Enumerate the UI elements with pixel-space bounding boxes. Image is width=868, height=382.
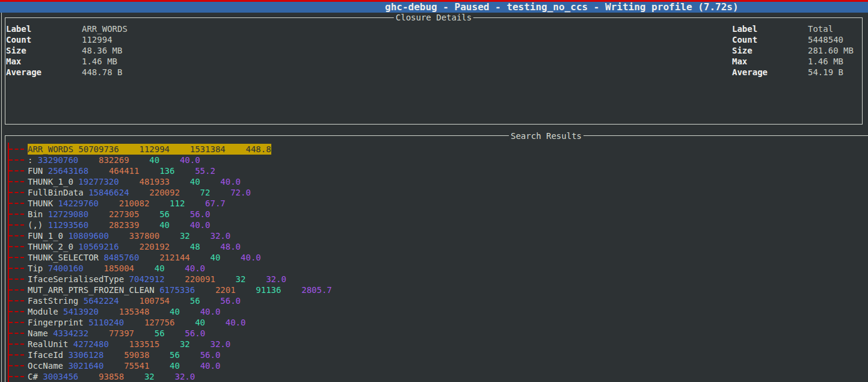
closure-average: 32.0	[174, 372, 195, 381]
search-results-list: ARR_WORDS 50709736 112994 1531384 448.8:…	[0, 144, 868, 382]
closure-count: 77397	[109, 328, 134, 338]
gap	[119, 242, 140, 251]
tree-branch-icon	[9, 279, 24, 280]
gap	[119, 296, 140, 306]
gap	[139, 220, 159, 230]
closure-name: Bin	[28, 209, 48, 219]
tree-branch-icon	[9, 354, 24, 356]
search-result-row[interactable]: Name 4334232 77397 56 56.0	[0, 328, 868, 339]
search-result-text: THUNK_2_0 10569216 220192 48 48.0	[28, 241, 241, 252]
closure-detail-label: Count	[732, 34, 768, 45]
closure-name: Name	[28, 328, 53, 338]
closure-average: 56.0	[185, 328, 205, 338]
search-result-row[interactable]: Tip 7400160 185004 40 40.0	[0, 263, 868, 274]
tree-branch-icon	[9, 235, 24, 236]
search-result-row[interactable]: (,) 11293560 282339 40 40.0	[0, 220, 868, 230]
search-result-row[interactable]: IfaceId 3306128 59038 56 56.0	[0, 350, 868, 360]
closure-details-left-labels: LabelCountSizeMaxAverage	[6, 23, 42, 78]
gap	[220, 253, 241, 262]
gap	[185, 199, 205, 208]
closure-count: 210082	[119, 199, 150, 208]
gap	[215, 274, 236, 284]
closure-count: 185004	[103, 263, 134, 273]
closure-size: 15846624	[88, 188, 129, 197]
search-results-panel-title: Search Results	[509, 132, 583, 141]
gap	[103, 350, 124, 360]
closure-count: 282339	[109, 220, 140, 230]
closure-average: 48.0	[220, 242, 241, 251]
closure-size: 5110240	[88, 318, 124, 327]
closure-detail-label: Average	[732, 67, 768, 78]
gap	[155, 372, 175, 381]
search-result-row[interactable]: THUNK 14229760 210082 112 67.7	[0, 198, 868, 209]
closure-detail-label: Max	[6, 56, 42, 67]
tree-branch-icon	[9, 149, 24, 150]
closure-count: 212144	[159, 253, 190, 262]
search-result-row[interactable]: C# 3003456 93858 32 32.0	[0, 371, 868, 382]
search-result-row[interactable]: THUNK_1_0 19277320 481933 40 40.0	[0, 176, 868, 187]
closure-name: FastString	[28, 296, 84, 306]
closure-average: 40.0	[226, 318, 246, 327]
closure-average: 32.0	[210, 231, 230, 241]
gap	[149, 199, 170, 208]
search-result-text: IfaceId 3306128 59038 56 56.0	[28, 350, 220, 360]
search-result-row[interactable]: IfaceSerialisedType 7042912 220091 32 32…	[0, 274, 868, 285]
closure-name: OccName	[28, 361, 68, 371]
tree-branch-icon	[9, 365, 24, 366]
search-result-row[interactable]: Fingerprint 5110240 127756 40 40.0	[0, 317, 868, 328]
gap	[170, 296, 190, 306]
closure-size: 3306128	[68, 350, 103, 360]
closure-average: 56.0	[190, 209, 211, 219]
search-result-text: (,) 11293560 282339 40 40.0	[28, 220, 210, 230]
gap	[165, 263, 185, 273]
closure-detail-value: 5448540	[808, 34, 854, 45]
closure-max: 56	[190, 296, 200, 306]
search-results-panel-border-top	[5, 135, 868, 136]
closure-count: 481933	[139, 177, 170, 186]
search-result-row[interactable]: Bin 12729080 227305 56 56.0	[0, 209, 868, 220]
closure-name: THUNK_1_0	[28, 177, 78, 186]
search-result-text: THUNK_1_0 19277320 481933 40 40.0	[28, 176, 241, 187]
gap	[200, 177, 221, 186]
closure-count: 112994	[139, 144, 170, 154]
closure-details-panel-title: Closure Details	[394, 13, 473, 22]
closure-detail-label: Label	[732, 23, 768, 34]
search-result-row[interactable]: FastString 5642224 100754 56 56.0	[0, 295, 868, 306]
gap	[165, 274, 185, 284]
gap	[180, 307, 200, 316]
gap	[195, 285, 215, 295]
closure-max: 72	[200, 188, 211, 197]
gap	[170, 177, 190, 186]
closure-average: 40.0	[241, 253, 261, 262]
gap	[124, 318, 144, 327]
search-result-row[interactable]: FUN_1_0 10809600 337800 32 32.0	[0, 230, 868, 241]
closure-average: 32.0	[266, 274, 286, 284]
search-result-row[interactable]: RealUnit 4272480 133515 32 32.0	[0, 339, 868, 350]
search-result-row[interactable]: FullBinData 15846624 220092 72 72.0	[0, 187, 868, 198]
gap	[88, 209, 109, 219]
closure-size: 3021640	[68, 361, 103, 371]
closure-size: 19277320	[78, 177, 119, 186]
closure-size: 10569216	[78, 242, 119, 251]
search-result-row[interactable]: ARR_WORDS 50709736 112994 1531384 448.8	[0, 144, 868, 155]
search-result-row[interactable]: MUT_ARR_PTRS_FROZEN_CLEAN 6175336 2201 9…	[0, 285, 868, 295]
gap	[129, 155, 150, 165]
closure-max: 40	[195, 318, 205, 327]
search-result-row[interactable]: : 33290760 832269 40 40.0	[0, 155, 868, 165]
search-result-row[interactable]: OccName 3021640 75541 40 40.0	[0, 360, 868, 371]
gap	[165, 328, 185, 338]
title-bar: ghc-debug - Paused - testing_no_ccs - Wr…	[0, 2, 868, 13]
closure-size: 25643168	[48, 166, 88, 176]
closure-average: 40.0	[220, 177, 241, 186]
closure-size: 8485760	[103, 253, 139, 262]
gap	[170, 144, 190, 154]
gap	[180, 188, 200, 197]
search-result-row[interactable]: THUNK_2_0 10569216 220192 48 48.0	[0, 241, 868, 252]
closure-detail-label: Size	[6, 45, 42, 56]
closure-average: 40.0	[180, 155, 200, 165]
search-result-row[interactable]: FUN 25643168 464411 136 55.2	[0, 165, 868, 176]
closure-count: 59038	[124, 350, 149, 360]
search-result-row[interactable]: THUNK_SELECTOR 8485760 212144 40 40.0	[0, 252, 868, 263]
search-result-row[interactable]: Module 5413920 135348 40 40.0	[0, 306, 868, 317]
closure-size: 12729080	[48, 209, 88, 219]
